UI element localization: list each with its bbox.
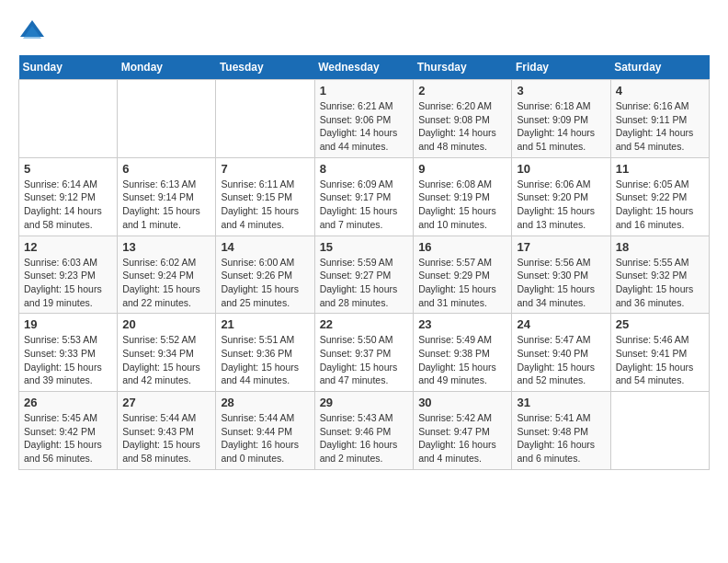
day-number: 14 bbox=[221, 240, 309, 254]
day-cell: 13Sunrise: 6:02 AMSunset: 9:24 PMDayligh… bbox=[118, 236, 216, 314]
day-detail: Sunrise: 5:42 AMSunset: 9:47 PMDaylight:… bbox=[418, 411, 506, 465]
day-number: 20 bbox=[122, 317, 210, 331]
day-cell: 31Sunrise: 5:41 AMSunset: 9:48 PMDayligh… bbox=[512, 392, 610, 470]
day-detail: Sunrise: 5:44 AMSunset: 9:44 PMDaylight:… bbox=[221, 411, 309, 465]
day-detail: Sunrise: 5:50 AMSunset: 9:37 PMDaylight:… bbox=[320, 333, 409, 387]
day-header-sunday: Sunday bbox=[19, 55, 118, 80]
day-number: 12 bbox=[24, 240, 112, 254]
day-cell: 6Sunrise: 6:13 AMSunset: 9:14 PMDaylight… bbox=[118, 157, 216, 236]
day-cell: 25Sunrise: 5:46 AMSunset: 9:41 PMDayligh… bbox=[610, 314, 709, 392]
day-detail: Sunrise: 6:05 AMSunset: 9:22 PMDaylight:… bbox=[616, 178, 704, 232]
day-cell: 27Sunrise: 5:44 AMSunset: 9:43 PMDayligh… bbox=[118, 392, 216, 470]
day-detail: Sunrise: 6:14 AMSunset: 9:12 PMDaylight:… bbox=[24, 178, 112, 232]
week-row-3: 12Sunrise: 6:03 AMSunset: 9:23 PMDayligh… bbox=[19, 236, 710, 314]
day-detail: Sunrise: 5:41 AMSunset: 9:48 PMDaylight:… bbox=[517, 411, 605, 465]
day-cell: 1Sunrise: 6:21 AMSunset: 9:06 PMDaylight… bbox=[314, 80, 414, 158]
day-number: 7 bbox=[221, 162, 309, 176]
day-detail: Sunrise: 6:18 AMSunset: 9:09 PMDaylight:… bbox=[517, 99, 605, 154]
day-detail: Sunrise: 5:55 AMSunset: 9:32 PMDaylight:… bbox=[616, 256, 704, 310]
day-header-thursday: Thursday bbox=[414, 55, 512, 80]
day-number: 21 bbox=[221, 317, 309, 331]
day-detail: Sunrise: 5:46 AMSunset: 9:41 PMDaylight:… bbox=[616, 333, 704, 387]
day-cell: 3Sunrise: 6:18 AMSunset: 9:09 PMDaylight… bbox=[512, 80, 610, 158]
day-number: 8 bbox=[320, 162, 409, 176]
day-detail: Sunrise: 6:02 AMSunset: 9:24 PMDaylight:… bbox=[122, 256, 210, 310]
week-row-2: 5Sunrise: 6:14 AMSunset: 9:12 PMDaylight… bbox=[19, 157, 710, 236]
day-number: 4 bbox=[616, 84, 704, 98]
day-cell: 2Sunrise: 6:20 AMSunset: 9:08 PMDaylight… bbox=[414, 80, 512, 158]
day-number: 5 bbox=[24, 162, 112, 176]
day-number: 16 bbox=[418, 240, 506, 254]
day-number: 29 bbox=[320, 396, 409, 409]
page-header bbox=[18, 18, 710, 46]
day-cell: 8Sunrise: 6:09 AMSunset: 9:17 PMDaylight… bbox=[314, 157, 414, 236]
day-number: 9 bbox=[418, 162, 506, 176]
day-cell: 14Sunrise: 6:00 AMSunset: 9:26 PMDayligh… bbox=[216, 236, 314, 314]
day-cell: 16Sunrise: 5:57 AMSunset: 9:29 PMDayligh… bbox=[414, 236, 512, 314]
calendar-table: SundayMondayTuesdayWednesdayThursdayFrid… bbox=[18, 55, 710, 470]
day-detail: Sunrise: 6:16 AMSunset: 9:11 PMDaylight:… bbox=[616, 99, 704, 154]
day-cell: 7Sunrise: 6:11 AMSunset: 9:15 PMDaylight… bbox=[216, 157, 314, 236]
week-row-5: 26Sunrise: 5:45 AMSunset: 9:42 PMDayligh… bbox=[19, 392, 710, 470]
day-cell: 17Sunrise: 5:56 AMSunset: 9:30 PMDayligh… bbox=[512, 236, 610, 314]
day-number: 30 bbox=[418, 396, 506, 409]
day-detail: Sunrise: 5:51 AMSunset: 9:36 PMDaylight:… bbox=[221, 333, 309, 387]
day-detail: Sunrise: 6:06 AMSunset: 9:20 PMDaylight:… bbox=[517, 178, 605, 232]
day-detail: Sunrise: 6:11 AMSunset: 9:15 PMDaylight:… bbox=[221, 178, 309, 232]
day-number: 28 bbox=[221, 396, 309, 409]
day-detail: Sunrise: 5:57 AMSunset: 9:29 PMDaylight:… bbox=[418, 256, 506, 310]
day-cell bbox=[610, 392, 709, 470]
day-detail: Sunrise: 6:13 AMSunset: 9:14 PMDaylight:… bbox=[122, 178, 210, 232]
day-cell: 10Sunrise: 6:06 AMSunset: 9:20 PMDayligh… bbox=[512, 157, 610, 236]
day-number: 2 bbox=[418, 84, 506, 98]
day-number: 18 bbox=[616, 240, 704, 254]
day-cell: 28Sunrise: 5:44 AMSunset: 9:44 PMDayligh… bbox=[216, 392, 314, 470]
day-cell: 9Sunrise: 6:08 AMSunset: 9:19 PMDaylight… bbox=[414, 157, 512, 236]
day-number: 13 bbox=[122, 240, 210, 254]
day-cell: 11Sunrise: 6:05 AMSunset: 9:22 PMDayligh… bbox=[610, 157, 709, 236]
day-detail: Sunrise: 5:53 AMSunset: 9:33 PMDaylight:… bbox=[24, 333, 112, 387]
day-number: 31 bbox=[517, 396, 605, 409]
day-detail: Sunrise: 6:20 AMSunset: 9:08 PMDaylight:… bbox=[418, 99, 506, 154]
day-cell: 22Sunrise: 5:50 AMSunset: 9:37 PMDayligh… bbox=[314, 314, 414, 392]
day-cell: 23Sunrise: 5:49 AMSunset: 9:38 PMDayligh… bbox=[414, 314, 512, 392]
day-detail: Sunrise: 5:47 AMSunset: 9:40 PMDaylight:… bbox=[517, 333, 605, 387]
day-number: 11 bbox=[616, 162, 704, 176]
day-number: 15 bbox=[320, 240, 409, 254]
day-number: 3 bbox=[517, 84, 605, 98]
day-detail: Sunrise: 6:09 AMSunset: 9:17 PMDaylight:… bbox=[320, 178, 409, 232]
day-detail: Sunrise: 6:21 AMSunset: 9:06 PMDaylight:… bbox=[320, 99, 409, 154]
day-detail: Sunrise: 5:59 AMSunset: 9:27 PMDaylight:… bbox=[320, 256, 409, 310]
day-detail: Sunrise: 5:56 AMSunset: 9:30 PMDaylight:… bbox=[517, 256, 605, 310]
day-detail: Sunrise: 6:08 AMSunset: 9:19 PMDaylight:… bbox=[418, 178, 506, 232]
day-header-tuesday: Tuesday bbox=[216, 55, 314, 80]
day-cell: 19Sunrise: 5:53 AMSunset: 9:33 PMDayligh… bbox=[19, 314, 118, 392]
logo-icon bbox=[18, 18, 46, 46]
day-number: 19 bbox=[24, 317, 112, 331]
day-detail: Sunrise: 5:45 AMSunset: 9:42 PMDaylight:… bbox=[24, 411, 112, 465]
day-header-friday: Friday bbox=[512, 55, 610, 80]
day-header-monday: Monday bbox=[118, 55, 216, 80]
day-cell bbox=[216, 80, 314, 158]
day-cell: 21Sunrise: 5:51 AMSunset: 9:36 PMDayligh… bbox=[216, 314, 314, 392]
day-detail: Sunrise: 6:00 AMSunset: 9:26 PMDaylight:… bbox=[221, 256, 309, 310]
day-number: 10 bbox=[517, 162, 605, 176]
day-cell: 4Sunrise: 6:16 AMSunset: 9:11 PMDaylight… bbox=[610, 80, 709, 158]
day-header-wednesday: Wednesday bbox=[314, 55, 414, 80]
day-detail: Sunrise: 5:43 AMSunset: 9:46 PMDaylight:… bbox=[320, 411, 409, 465]
week-row-1: 1Sunrise: 6:21 AMSunset: 9:06 PMDaylight… bbox=[19, 80, 710, 158]
day-detail: Sunrise: 5:52 AMSunset: 9:34 PMDaylight:… bbox=[122, 333, 210, 387]
day-number: 17 bbox=[517, 240, 605, 254]
day-cell bbox=[19, 80, 118, 158]
day-number: 25 bbox=[616, 317, 704, 331]
day-number: 22 bbox=[320, 317, 409, 331]
day-cell: 26Sunrise: 5:45 AMSunset: 9:42 PMDayligh… bbox=[19, 392, 118, 470]
day-number: 27 bbox=[122, 396, 210, 409]
day-number: 24 bbox=[517, 317, 605, 331]
day-cell: 20Sunrise: 5:52 AMSunset: 9:34 PMDayligh… bbox=[118, 314, 216, 392]
week-row-4: 19Sunrise: 5:53 AMSunset: 9:33 PMDayligh… bbox=[19, 314, 710, 392]
day-number: 26 bbox=[24, 396, 112, 409]
day-number: 1 bbox=[320, 84, 409, 98]
day-detail: Sunrise: 5:49 AMSunset: 9:38 PMDaylight:… bbox=[418, 333, 506, 387]
day-cell: 30Sunrise: 5:42 AMSunset: 9:47 PMDayligh… bbox=[414, 392, 512, 470]
